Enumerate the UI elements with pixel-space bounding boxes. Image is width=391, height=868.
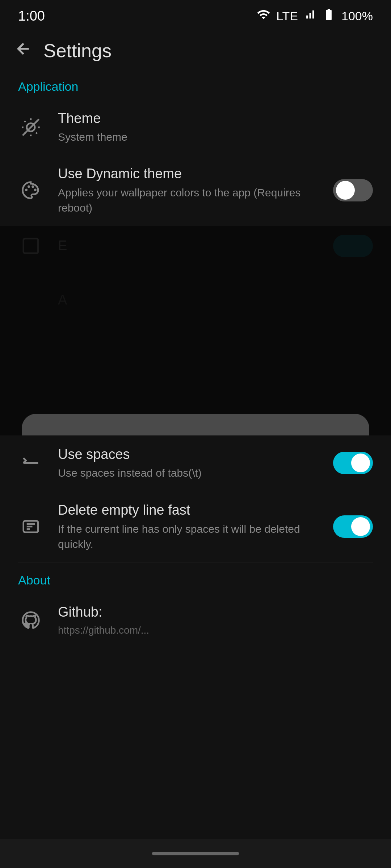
github-setting-item[interactable]: Github: https://github.com/... <box>0 593 391 648</box>
theme-subtitle: System theme <box>58 129 373 145</box>
dynamic-theme-toggle-thumb <box>336 181 355 200</box>
battery-text: 100% <box>341 9 373 23</box>
palette-icon <box>18 178 43 203</box>
svg-point-12 <box>31 186 34 188</box>
use-spaces-toggle[interactable] <box>333 452 373 474</box>
theme-icon <box>18 115 43 140</box>
github-title: Github: <box>58 603 373 621</box>
lte-text: LTE <box>276 9 298 23</box>
status-time: 1:00 <box>18 8 45 24</box>
delete-empty-line-text: Delete empty line fast If the current li… <box>58 501 319 552</box>
delete-empty-line-subtitle: If the current line has only spaces it w… <box>58 522 319 552</box>
github-text: Github: https://github.com/... <box>58 603 373 638</box>
signal-icon <box>304 8 316 24</box>
status-bar: 1:00 LTE 100% <box>0 0 391 29</box>
dynamic-theme-title: Use Dynamic theme <box>58 165 319 183</box>
github-icon <box>18 608 43 633</box>
status-icons: LTE 100% <box>257 8 373 24</box>
delete-empty-line-setting-item[interactable]: Delete empty line fast If the current li… <box>0 491 391 562</box>
dynamic-theme-text: Use Dynamic theme Applies your wallpaper… <box>58 165 319 215</box>
delete-empty-line-toggle[interactable] <box>333 515 373 538</box>
back-button[interactable] <box>14 40 33 61</box>
svg-point-11 <box>28 186 30 188</box>
about-section-label: About <box>0 562 391 593</box>
theme-text: Theme System theme <box>58 110 373 145</box>
dialog-overlay[interactable] <box>0 226 391 435</box>
svg-point-13 <box>34 189 37 191</box>
theme-setting-item[interactable]: Theme System theme <box>0 99 391 155</box>
tab-icon <box>18 450 43 476</box>
use-spaces-setting-item[interactable]: Use spaces Use spaces instead of tabs(\t… <box>0 435 391 491</box>
delete-empty-line-toggle-thumb <box>351 517 370 536</box>
delete-empty-line-title: Delete empty line fast <box>58 501 319 519</box>
use-spaces-title: Use spaces <box>58 446 319 463</box>
github-subtitle: https://github.com/... <box>58 623 373 637</box>
dynamic-theme-subtitle: Applies your wallpaper colors to the app… <box>58 185 319 216</box>
use-spaces-toggle-thumb <box>351 454 370 472</box>
svg-point-10 <box>25 189 28 191</box>
dynamic-theme-toggle[interactable] <box>333 179 373 201</box>
theme-title: Theme <box>58 110 373 127</box>
bottom-nav-bar <box>0 839 391 868</box>
bottom-home-indicator <box>152 852 239 855</box>
header: Settings <box>0 29 391 69</box>
dialog-title: Theme <box>40 432 351 435</box>
dynamic-theme-setting-item[interactable]: Use Dynamic theme Applies your wallpaper… <box>0 155 391 225</box>
svg-line-3 <box>24 121 25 122</box>
use-spaces-subtitle: Use spaces instead of tabs(\t) <box>58 465 319 481</box>
page-title: Settings <box>43 40 112 61</box>
battery-icon <box>322 8 336 24</box>
svg-line-4 <box>36 132 37 133</box>
delete-line-icon <box>18 514 43 539</box>
application-section-label: Application <box>0 69 391 99</box>
wifi-icon <box>257 8 270 24</box>
theme-dialog: Theme System theme Dark theme Light them… <box>22 414 369 435</box>
use-spaces-text: Use spaces Use spaces instead of tabs(\t… <box>58 446 319 481</box>
